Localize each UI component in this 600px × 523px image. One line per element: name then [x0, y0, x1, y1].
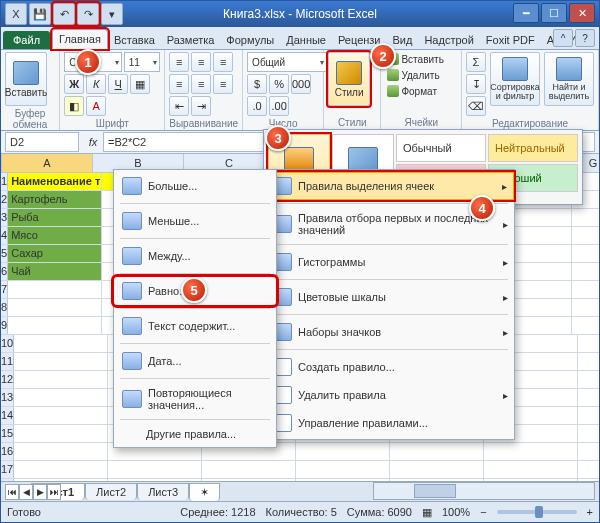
italic-button[interactable]: К [86, 74, 106, 94]
help-icon[interactable]: ? [575, 29, 595, 47]
cell[interactable] [578, 371, 599, 388]
table-row[interactable]: 17 [1, 461, 599, 479]
row-header[interactable]: 5 [1, 245, 8, 262]
file-tab[interactable]: Файл [3, 31, 50, 49]
find-select-button[interactable]: Найти и выделить [544, 52, 594, 106]
indent-increase-icon[interactable]: ⇥ [191, 96, 211, 116]
cell[interactable] [8, 299, 102, 316]
cell[interactable] [8, 281, 102, 298]
fill-color-button[interactable]: ◧ [64, 96, 84, 116]
cell[interactable] [390, 443, 484, 460]
cell[interactable] [8, 317, 102, 334]
new-rule-item[interactable]: Создать правило... [264, 353, 514, 381]
cell[interactable]: Рыба [8, 209, 102, 226]
cell[interactable]: Мясо [8, 227, 102, 244]
row-header[interactable]: 9 [1, 317, 8, 334]
row-header[interactable]: 3 [1, 209, 8, 226]
format-cells-button[interactable]: Формат [385, 84, 457, 98]
greater-than-item[interactable]: Больше... [114, 172, 276, 200]
qat-dropdown-icon[interactable]: ▾ [101, 3, 123, 25]
cell[interactable]: Наименование т [8, 173, 102, 190]
row-header[interactable]: 14 [1, 407, 14, 424]
cell[interactable] [202, 461, 296, 478]
row-header[interactable]: 15 [1, 425, 14, 442]
delete-cells-button[interactable]: Удалить [385, 68, 457, 82]
cell[interactable] [14, 461, 108, 478]
percent-icon[interactable]: % [269, 74, 289, 94]
cell[interactable] [578, 425, 599, 442]
icon-sets-item[interactable]: Наборы значков▸ [264, 318, 514, 346]
table-row[interactable]: 16 [1, 443, 599, 461]
row-header[interactable]: 2 [1, 191, 8, 208]
undo-icon[interactable]: ↶ [53, 3, 75, 25]
between-item[interactable]: Между... [114, 242, 276, 270]
align-center-icon[interactable]: ≡ [191, 74, 211, 94]
minimize-button[interactable]: ━ [513, 3, 539, 23]
color-scales-item[interactable]: Цветовые шкалы▸ [264, 283, 514, 311]
font-color-button[interactable]: A [86, 96, 106, 116]
cell[interactable] [578, 353, 599, 370]
cell[interactable] [484, 461, 578, 478]
style-neutral[interactable]: Нейтральный [488, 134, 578, 162]
autosum-icon[interactable]: Σ [466, 52, 486, 72]
sheet-nav-first-icon[interactable]: ⏮ [5, 484, 19, 500]
cell[interactable] [572, 227, 599, 244]
name-box[interactable]: D2 [5, 132, 79, 152]
row-header[interactable]: 11 [1, 353, 14, 370]
align-top-icon[interactable]: ≡ [169, 52, 189, 72]
manage-rules-item[interactable]: Управление правилами... [264, 409, 514, 437]
zoom-in-button[interactable]: + [587, 506, 593, 518]
view-normal-icon[interactable]: ▦ [422, 506, 432, 519]
cell[interactable]: Картофель [8, 191, 102, 208]
data-bars-item[interactable]: Гистограммы▸ [264, 248, 514, 276]
bold-button[interactable]: Ж [64, 74, 84, 94]
maximize-button[interactable]: ☐ [541, 3, 567, 23]
underline-button[interactable]: Ч [108, 74, 128, 94]
tab-layout[interactable]: Разметка [161, 31, 221, 49]
insert-cells-button[interactable]: Вставить [385, 52, 457, 66]
cell[interactable] [14, 371, 108, 388]
cell[interactable] [572, 245, 599, 262]
date-occurring-item[interactable]: Дата... [114, 347, 276, 375]
indent-decrease-icon[interactable]: ⇤ [169, 96, 189, 116]
sort-filter-button[interactable]: Сортировка и фильтр [490, 52, 540, 106]
cell[interactable]: Чай [8, 263, 102, 280]
cell[interactable]: Сахар [8, 245, 102, 262]
row-header[interactable]: 10 [1, 335, 14, 352]
save-icon[interactable]: 💾 [29, 3, 51, 25]
align-middle-icon[interactable]: ≡ [191, 52, 211, 72]
text-contains-item[interactable]: Текст содержит... [114, 312, 276, 340]
cell[interactable] [14, 353, 108, 370]
less-than-item[interactable]: Меньше... [114, 207, 276, 235]
comma-icon[interactable]: 000 [291, 74, 311, 94]
col-header-a[interactable]: A [2, 154, 93, 172]
sheet-nav-next-icon[interactable]: ▶ [33, 484, 47, 500]
cell[interactable] [296, 443, 390, 460]
zoom-out-button[interactable]: − [480, 506, 486, 518]
excel-icon[interactable]: X [5, 3, 27, 25]
cell[interactable] [572, 209, 599, 226]
fx-icon[interactable]: fx [83, 136, 103, 148]
row-header[interactable]: 1 [1, 173, 8, 190]
dec-decimal-icon[interactable]: .00 [269, 96, 289, 116]
minimize-ribbon-icon[interactable]: ^ [553, 29, 573, 47]
cell[interactable] [572, 299, 599, 316]
align-bottom-icon[interactable]: ≡ [213, 52, 233, 72]
cell[interactable] [578, 407, 599, 424]
styles-button[interactable]: Стили [328, 52, 370, 106]
sheet-nav-prev-icon[interactable]: ◀ [19, 484, 33, 500]
cell[interactable] [14, 335, 108, 352]
tab-home[interactable]: Главная [52, 29, 108, 49]
cell[interactable] [108, 461, 202, 478]
row-header[interactable]: 8 [1, 299, 8, 316]
row-header[interactable]: 16 [1, 443, 14, 460]
inc-decimal-icon[interactable]: .0 [247, 96, 267, 116]
scrollbar-thumb[interactable] [414, 484, 456, 498]
sheet-tab-2[interactable]: Лист2 [85, 483, 137, 500]
cell[interactable] [572, 317, 599, 334]
cell[interactable] [572, 281, 599, 298]
redo-icon[interactable]: ↷ [77, 3, 99, 25]
horizontal-scrollbar[interactable] [373, 482, 595, 500]
cell[interactable] [14, 407, 108, 424]
row-header[interactable]: 4 [1, 227, 8, 244]
